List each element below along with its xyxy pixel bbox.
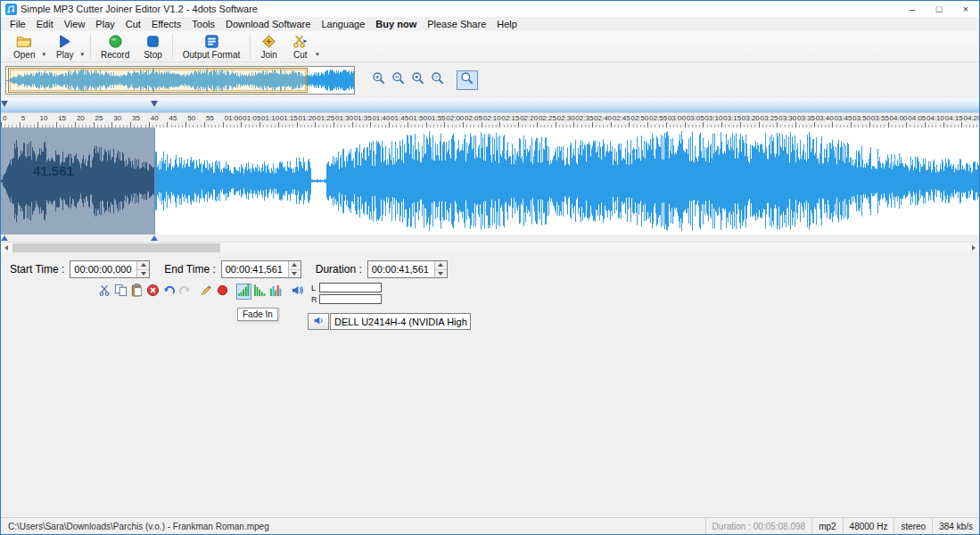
zoom-out-button[interactable] bbox=[391, 73, 407, 87]
end-time-up-button[interactable] bbox=[289, 261, 301, 270]
status-bar: C:\Users\Sara\Downloads\Parchis (v.o.) -… bbox=[1, 517, 979, 534]
ruler-label: 03:20 bbox=[742, 114, 760, 122]
edit-toolbar-row: L R bbox=[1, 281, 979, 308]
paste-icon bbox=[130, 284, 144, 300]
copy-button[interactable] bbox=[113, 284, 128, 300]
speaker-button[interactable] bbox=[290, 284, 305, 300]
ruler-label: 02:05 bbox=[465, 114, 482, 122]
open-button[interactable]: Open bbox=[6, 31, 42, 62]
ruler-label: 03:55 bbox=[871, 114, 889, 122]
menu-help[interactable]: Help bbox=[491, 18, 523, 30]
equalizer-button[interactable] bbox=[268, 284, 284, 300]
start-time-down-button[interactable] bbox=[137, 270, 149, 278]
scrollbar-thumb[interactable] bbox=[12, 243, 220, 252]
end-time-down-button[interactable] bbox=[289, 270, 301, 278]
cut-button[interactable]: Cut bbox=[284, 31, 316, 62]
toolbar-separator bbox=[90, 34, 91, 59]
status-file-path: C:\Users\Sara\Downloads\Parchis (v.o.) -… bbox=[1, 522, 276, 531]
ruler-label: 04:05 bbox=[908, 114, 926, 122]
selection-start-marker[interactable] bbox=[1, 101, 8, 107]
open-dropdown-arrow[interactable]: ▾ bbox=[42, 31, 49, 62]
empty-area bbox=[1, 330, 979, 517]
stop-button[interactable]: Stop bbox=[136, 31, 169, 62]
overview-waveform[interactable] bbox=[5, 66, 355, 95]
play-label: Play bbox=[56, 50, 73, 60]
status-segments: Duration : 00:05:08.098mp248000 Hzstereo… bbox=[705, 518, 979, 534]
duration-down-button[interactable] bbox=[435, 270, 447, 278]
menu-language[interactable]: Language bbox=[316, 18, 370, 30]
zoom-page-button[interactable] bbox=[410, 73, 426, 87]
right-channel-meter bbox=[319, 294, 382, 304]
menu-view[interactable]: View bbox=[59, 18, 91, 30]
selection-end-marker[interactable] bbox=[151, 101, 158, 107]
menu-buy-now[interactable]: Buy now bbox=[370, 18, 422, 30]
menu-tools[interactable]: Tools bbox=[186, 18, 220, 30]
zoom-fit-button[interactable] bbox=[430, 73, 446, 87]
redo-icon bbox=[178, 284, 192, 300]
record-button[interactable]: Record bbox=[94, 31, 136, 62]
time-ruler[interactable]: 051015202530354045505501:0001:0501:1001:… bbox=[1, 112, 979, 128]
menu-please-share[interactable]: Please Share bbox=[422, 18, 491, 30]
cut-dropdown-arrow[interactable]: ▾ bbox=[316, 31, 323, 62]
time-controls-row: Start Time : 00:00:00,000 End Time : 00:… bbox=[10, 259, 979, 279]
end-time-spinbox[interactable]: 00:00:41,561 bbox=[221, 260, 301, 278]
play-button[interactable]: Play bbox=[49, 31, 80, 62]
menu-play[interactable]: Play bbox=[90, 18, 119, 30]
join-button[interactable]: Join bbox=[253, 31, 284, 62]
selection-end-bottom-marker[interactable] bbox=[151, 235, 158, 241]
window-controls: –□× bbox=[899, 1, 979, 17]
window-title: Simple MP3 Cutter Joiner Editor V1.2 - 4… bbox=[21, 4, 258, 14]
cut-icon bbox=[292, 33, 309, 50]
duration-up-button[interactable] bbox=[435, 261, 447, 270]
close-button[interactable]: × bbox=[952, 1, 979, 17]
ruler-label: 02:45 bbox=[613, 114, 630, 122]
undo-icon bbox=[162, 284, 176, 300]
ruler-label: 02:15 bbox=[501, 114, 519, 122]
fade-in-button[interactable] bbox=[236, 284, 251, 300]
menu-cut[interactable]: Cut bbox=[120, 18, 146, 30]
main-waveform[interactable] bbox=[1, 128, 979, 235]
ruler-label: 03:05 bbox=[687, 114, 704, 122]
record-dot-button[interactable] bbox=[215, 284, 230, 300]
zoom-in-button[interactable] bbox=[371, 73, 387, 87]
duration-spinbox[interactable]: 00:00:41,561 bbox=[367, 260, 448, 278]
fade-out-button[interactable] bbox=[252, 284, 268, 300]
stop-icon bbox=[144, 33, 161, 50]
menu-edit[interactable]: Edit bbox=[31, 18, 59, 30]
edit-button[interactable] bbox=[199, 284, 214, 300]
start-time-up-button[interactable] bbox=[137, 261, 149, 270]
cut-small-icon bbox=[98, 284, 111, 300]
horizontal-scrollbar[interactable] bbox=[1, 242, 979, 252]
undo-button[interactable] bbox=[161, 284, 177, 300]
zoom-selection-button[interactable] bbox=[457, 70, 478, 90]
duration-value[interactable]: 00:00:41,561 bbox=[368, 261, 434, 277]
cut-small-button[interactable] bbox=[97, 284, 112, 300]
ruler-label: 30 bbox=[113, 114, 121, 122]
audio-device-button[interactable] bbox=[308, 313, 329, 330]
ruler-label: 01:35 bbox=[354, 114, 372, 122]
selection-start-bottom-marker[interactable] bbox=[1, 235, 8, 241]
output-format-button[interactable]: Output Format bbox=[176, 31, 247, 62]
maximize-button[interactable]: □ bbox=[926, 1, 952, 17]
minimize-button[interactable]: – bbox=[899, 1, 926, 17]
duration-spinner bbox=[434, 261, 447, 277]
zoom-out-icon bbox=[391, 71, 406, 89]
menu-bar: FileEditViewPlayCutEffectsToolsDownload … bbox=[1, 17, 979, 31]
ruler-label: 55 bbox=[206, 114, 214, 122]
delete-button[interactable] bbox=[145, 284, 161, 300]
app-icon bbox=[5, 4, 17, 15]
end-time-value[interactable]: 00:00:41,561 bbox=[222, 261, 288, 277]
play-dropdown-arrow[interactable]: ▾ bbox=[80, 31, 87, 62]
menu-file[interactable]: File bbox=[4, 18, 31, 30]
menu-download-software[interactable]: Download Software bbox=[220, 18, 316, 30]
paste-button[interactable] bbox=[129, 284, 144, 300]
scroll-right-arrow[interactable] bbox=[968, 243, 979, 253]
ruler-label: 03:40 bbox=[816, 114, 834, 122]
menu-effects[interactable]: Effects bbox=[146, 18, 186, 30]
position-band[interactable] bbox=[1, 98, 979, 112]
start-time-spinbox[interactable]: 00:00:00,000 bbox=[70, 260, 150, 278]
scroll-left-arrow[interactable] bbox=[1, 243, 12, 253]
cut-label: Cut bbox=[293, 50, 308, 60]
audio-device-select[interactable]: DELL U2414H-4 (NVIDIA High Defi bbox=[330, 313, 471, 330]
start-time-value[interactable]: 00:00:00,000 bbox=[70, 261, 136, 277]
